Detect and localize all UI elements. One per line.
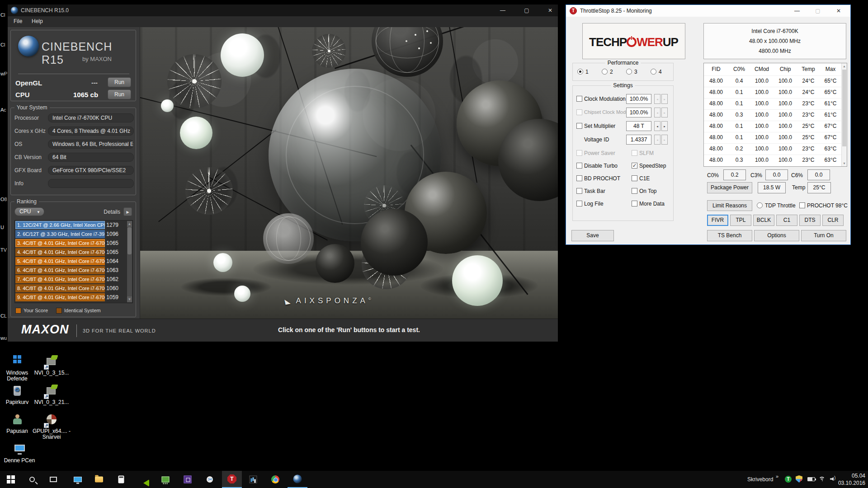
spin-left-icon[interactable]: ◂ [654,94,660,104]
performance-radio-3[interactable] [626,69,632,75]
speedstep-checkbox[interactable]: ✓ [632,163,637,169]
performance-radio-2[interactable] [602,69,608,75]
chip-icon [184,476,192,483]
ranking-filter-dropdown[interactable]: CPU ▼ [14,207,44,216]
minimize-button[interactable]: — [789,5,805,17]
tdp-throttle-radio[interactable] [757,202,763,208]
fivr-button[interactable]: FIVR [707,215,728,226]
desktop-icon-this-pc[interactable]: Denne PCen [0,443,39,464]
maximize-button[interactable]: ▢ [810,5,826,17]
cinebench-titlebar[interactable]: CINEBENCH R15.0 — ▢ ✕ [8,5,558,16]
limit-reasons-button[interactable]: Limit Reasons [707,200,752,211]
package-power-button[interactable]: Package Power [707,182,752,193]
scroll-down-icon[interactable]: ▼ [127,296,132,302]
close-button[interactable]: ✕ [830,5,847,17]
task-view-button[interactable] [43,471,63,488]
spin-left-icon[interactable]: ◂ [654,121,660,131]
bd-prochot-checkbox[interactable] [576,175,582,181]
details-button[interactable]: ▶ [123,207,132,216]
more-data-checkbox[interactable] [632,201,637,206]
scroll-thumb[interactable] [127,227,132,254]
close-button[interactable]: ✕ [542,5,558,16]
ts-bench-button[interactable]: TS Bench [707,230,752,241]
tray-defender[interactable]: ✕ [796,475,802,483]
taskbar-search[interactable] [22,471,42,488]
set-multiplier-checkbox[interactable] [576,123,582,129]
table-scrollbar[interactable]: ▲ ▼ [841,63,847,166]
save-button[interactable]: Save [571,230,614,241]
disable-turbo-checkbox[interactable] [576,163,582,169]
desktop-icon-nvi-15[interactable]: ↗ NVI_0_3_15... [33,355,70,376]
taskbar-file-explorer[interactable] [89,471,109,488]
tray-overflow-icon[interactable]: » [776,474,778,479]
ranking-row[interactable]: 4. 4C/8T @ 4.01 GHz, Intel Core i7-6700K… [15,248,127,257]
chipset-clock-modulation-checkbox[interactable] [576,109,582,115]
taskbar-throttlestop[interactable]: T [222,471,242,488]
spin-right-icon[interactable]: ▸ [661,121,668,131]
cpu-run-button[interactable]: Run [108,89,131,99]
performance-radio-1[interactable] [577,69,583,75]
on-top-checkbox[interactable] [632,188,637,194]
prochot-checkbox[interactable] [799,202,805,208]
ranking-row[interactable]: 5. 4C/8T @ 4.01 GHz, Intel Core i7-6700K… [15,257,127,266]
scroll-up-icon[interactable]: ▲ [127,221,132,227]
ranking-row[interactable]: 7. 4C/8T @ 4.01 GHz, Intel Core i7-6700K… [15,275,127,284]
spin-right-icon[interactable]: ▸ [661,135,668,145]
desktop-icon-papusan[interactable]: Papusan [0,413,34,434]
slfm-checkbox[interactable] [632,150,637,156]
desktop-icon-windows-defender[interactable]: Windows Defende [0,353,34,382]
bclk-button[interactable]: BCLK [753,215,774,226]
turn-on-button[interactable]: Turn On [801,230,846,241]
taskbar-pc[interactable] [68,471,88,488]
c1e-checkbox[interactable] [632,175,637,181]
menu-help[interactable]: Help [32,18,43,24]
ranking-row[interactable]: 1. 12C/24T @ 2.66 GHz, Intel Xeon CPU X5… [15,221,127,230]
taskbar-chrome[interactable] [265,471,285,488]
nvidia-icon [143,479,149,487]
taskbar-calculator[interactable] [111,471,131,488]
taskbar-nvidia[interactable] [133,471,153,488]
tray-throttlestop[interactable]: T [785,476,792,483]
taskbar-snipping-tool[interactable] [200,471,220,488]
taskbar-hwinfo[interactable] [243,471,263,488]
clr-button[interactable]: CLR [822,215,844,226]
taskbar-gpuz[interactable] [156,471,175,488]
task-bar-checkbox[interactable] [576,188,582,194]
options-button[interactable]: Options [754,230,799,241]
throttlestop-titlebar[interactable]: T ThrottleStop 8.25 - Monitoring — ▢ ✕ [566,5,850,17]
ranking-row[interactable]: 9. 4C/8T @ 4.01 GHz, Intel Core i7-6700K… [15,293,127,302]
desktop-icon-nvi-21[interactable]: ↗ NVI_0_3_21... [33,385,70,405]
start-button[interactable] [1,471,21,488]
maximize-button[interactable]: ▢ [519,5,534,16]
ranking-row[interactable]: 6. 4C/8T @ 4.01 GHz, Intel Core i7-6700K… [15,266,127,275]
scroll-down-icon[interactable]: ▼ [842,160,847,166]
log-file-checkbox[interactable] [576,201,582,206]
desktop-icon-gpupi[interactable]: ↗ GPUPI_x64.... - Snarvei [32,413,71,440]
desktop-icon-recycle-bin[interactable]: ♻ Papirkurv [0,385,34,405]
spin-right-icon[interactable]: ▸ [661,108,668,117]
spin-right-icon[interactable]: ▸ [661,94,668,104]
dts-button[interactable]: DTS [799,215,821,226]
ranking-row[interactable]: 3. 4C/8T @ 4.01 GHz, Intel Core i7-6700K… [15,239,127,248]
ranking-row[interactable]: 2. 6C/12T @ 3.30 GHz, Intel Core i7-3930… [15,230,127,239]
taskbar-clock[interactable]: 05.04 03.10.2016 [833,472,865,487]
taskbar-cpu-tool[interactable] [178,471,198,488]
spin-left-icon[interactable]: ◂ [654,108,660,117]
spin-left-icon[interactable]: ◂ [654,135,660,145]
performance-radio-4[interactable] [651,69,656,75]
scroll-up-icon[interactable]: ▲ [842,63,847,69]
opengl-run-button[interactable]: Run [108,77,131,87]
desktop-toolbar-label[interactable]: Skrivebord [747,476,773,483]
menu-file[interactable]: File [14,18,22,24]
power-saver-checkbox[interactable] [576,150,582,156]
ranking-row[interactable]: 8. 4C/8T @ 4.01 GHz, Intel Core i7-6700K… [15,284,127,293]
clock-modulation-checkbox[interactable] [576,96,582,102]
tray-battery[interactable] [807,477,815,481]
tray-network[interactable] [819,477,826,482]
taskbar-cinebench[interactable] [288,471,307,488]
tpl-button[interactable]: TPL [730,215,751,226]
c1-button[interactable]: C1 [776,215,797,226]
minimize-button[interactable]: — [495,5,510,16]
ranking-scrollbar[interactable]: ▲ ▼ [127,221,132,303]
ranking-list[interactable]: 1. 12C/24T @ 2.66 GHz, Intel Xeon CPU X5… [14,220,133,303]
